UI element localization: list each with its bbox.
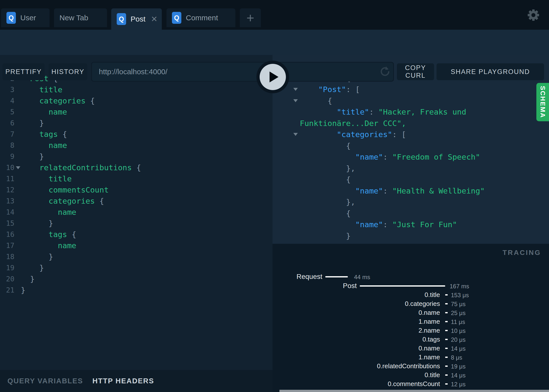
line-number: 14 (0, 207, 14, 218)
tracing-label: 0.name (273, 344, 440, 353)
query-line: name (21, 106, 67, 118)
http-headers-tab[interactable]: HTTP HEADERS (92, 377, 154, 385)
tracing-label: 0.title (273, 370, 440, 379)
query-badge-icon: Q (117, 13, 126, 25)
new-tab-button[interactable]: + (240, 8, 261, 27)
fold-arrow[interactable] (293, 88, 298, 91)
execute-button-circle (260, 64, 286, 90)
tracing-duration: 10 μs (451, 326, 466, 335)
tracing-bar (360, 285, 445, 287)
tab-label: Comment (186, 14, 218, 22)
query-line: categories { (21, 196, 104, 207)
response-line: "name": "Freedom of Speech" (300, 151, 480, 163)
response-line: { (300, 95, 332, 106)
response-line: "name": "Just For Fun" (300, 219, 457, 230)
query-badge-icon: Q (172, 12, 181, 24)
response-line: }, (300, 163, 355, 174)
fold-arrow[interactable] (293, 99, 298, 102)
query-line: } (21, 262, 44, 273)
settings-gear-icon[interactable] (527, 8, 540, 22)
tracing-duration: 20 μs (451, 335, 466, 344)
tracing-duration: 14 μs (451, 344, 466, 353)
close-tab-icon[interactable]: ✕ (151, 15, 158, 23)
tracing-row: 2.name10 μs (273, 326, 549, 335)
toolbar: PRETTIFY HISTORY http://localhost:4000/ … (0, 30, 549, 55)
tracing-label: Request (273, 272, 322, 281)
execute-button[interactable] (256, 61, 289, 93)
line-number: 15 (0, 218, 14, 229)
response-line: } (300, 230, 351, 242)
tracing-bar (325, 276, 348, 277)
horizontal-scrollbar[interactable] (279, 390, 549, 392)
tracing-row: Post167 ms (273, 281, 549, 290)
query-line: } (21, 151, 44, 162)
query-badge-icon: Q (6, 12, 16, 24)
query-editor[interactable]: 1{2 Post {3 title4 categories {5 name6 }… (0, 55, 273, 370)
tracing-label: 1.name (273, 353, 440, 362)
tracing-row: 0.categories75 μs (273, 299, 549, 308)
response-line: }, (300, 196, 355, 208)
query-variables-tab[interactable]: QUERY VARIABLES (7, 377, 83, 385)
query-line: name (21, 240, 76, 251)
tracing-label: 0.relatedContributions (273, 362, 440, 370)
tracing-row: 0.name25 μs (273, 308, 549, 317)
tracing-label: 0.categories (273, 299, 440, 308)
response-line: "name": "Health & Wellbeing" (300, 185, 485, 196)
tracing-duration: 44 ms (354, 272, 370, 281)
line-number: 17 (0, 240, 14, 251)
query-line: tags { (21, 129, 67, 140)
line-number: 4 (0, 95, 14, 106)
gear-icon (527, 8, 540, 22)
query-line: categories { (21, 95, 95, 106)
tracing-dash (445, 294, 448, 295)
tab-new-tab[interactable]: New Tab (54, 8, 107, 27)
line-number: 11 (0, 173, 14, 184)
tracing-duration: 11 μs (451, 317, 465, 326)
fold-arrow[interactable] (16, 166, 20, 169)
fold-arrow[interactable] (293, 133, 298, 136)
tab-post[interactable]: QPost✕ (111, 8, 162, 30)
line-number: 8 (0, 140, 14, 151)
copy-curl-button[interactable]: COPY CURL (397, 63, 434, 80)
query-line: } (21, 251, 53, 262)
query-line: tags { (21, 229, 76, 240)
refresh-schema-icon[interactable] (379, 65, 391, 78)
tracing-label: 2.name (273, 326, 440, 335)
line-number: 6 (0, 118, 14, 129)
query-line: } (21, 218, 53, 229)
tracing-label: 0.title (273, 290, 440, 299)
prettify-button[interactable]: PRETTIFY (2, 63, 45, 80)
query-line: } (21, 285, 26, 296)
tracing-duration: 19 μs (451, 362, 466, 371)
tracing-dash (445, 383, 448, 385)
tracing-dash (445, 330, 448, 331)
tracing-label: 0.name (273, 308, 440, 317)
line-number: 21 (0, 285, 14, 296)
tracing-dash (445, 303, 448, 304)
tracing-title: TRACING (502, 249, 541, 257)
tracing-dash (445, 339, 448, 340)
query-line: commentsCount (21, 184, 109, 196)
refresh-icon (379, 65, 391, 78)
tracing-label: 0.tags (273, 335, 440, 344)
line-number: 18 (0, 251, 14, 262)
endpoint-url-input[interactable]: http://localhost:4000/ (91, 62, 394, 82)
query-line: title (21, 173, 72, 184)
tracing-label: Post (273, 281, 357, 290)
tracing-row: 0.commentsCount12 μs (273, 379, 549, 388)
tab-user[interactable]: QUser (1, 8, 50, 27)
tracing-dash (445, 374, 448, 376)
tracing-dash (445, 321, 448, 322)
query-line: name (21, 140, 67, 151)
tab-bar: + QUserNew TabQPost✕QComment (0, 0, 549, 30)
response-line: { (300, 174, 351, 185)
tracing-row: 1.name11 μs (273, 317, 549, 326)
response-pane: { "data": { "Post": [ { "title": "Hacker… (273, 55, 549, 244)
line-number: 13 (0, 196, 14, 207)
schema-tab[interactable]: SCHEMA (536, 83, 549, 121)
query-line: title (21, 84, 62, 95)
share-playground-button[interactable]: SHARE PLAYGROUND (437, 63, 544, 80)
history-button[interactable]: HISTORY (49, 63, 87, 80)
tab-comment[interactable]: QComment (166, 8, 235, 27)
tracing-label: 1.name (273, 317, 440, 326)
